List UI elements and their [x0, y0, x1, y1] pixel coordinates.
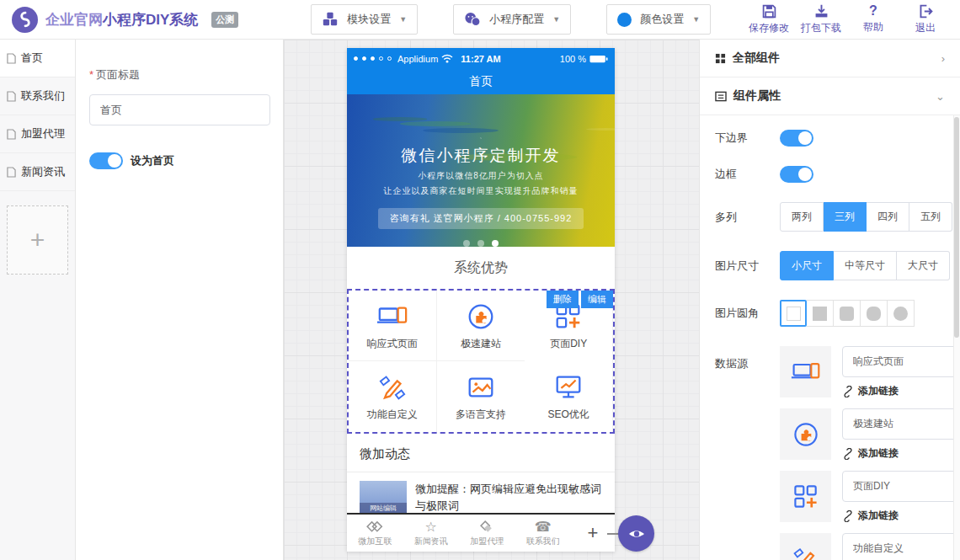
- signal-dot: [362, 56, 366, 61]
- img-size-large[interactable]: 大尺寸: [897, 251, 950, 280]
- datasource-title-input[interactable]: [842, 408, 960, 440]
- columns-option-2[interactable]: 两列: [780, 202, 824, 232]
- save-button[interactable]: 保存修改: [746, 3, 792, 35]
- columns-option-3-selected[interactable]: 三列: [824, 202, 867, 232]
- datasource-item: 添加链接: [780, 533, 960, 560]
- chevron-down-icon: ▼: [552, 15, 560, 24]
- phone-preview: Applidium 11:27 AM 100 % 首页 微信小程序定制开发 小程…: [347, 48, 615, 552]
- set-home-row: 设为首页: [89, 152, 269, 169]
- module-settings-dropdown[interactable]: 模块设置 ▼: [311, 4, 418, 35]
- inspector-scrollbar[interactable]: [953, 115, 960, 560]
- carousel-dot[interactable]: [463, 240, 470, 247]
- prop-label: 图片圆角: [715, 306, 780, 321]
- required-mark: *: [89, 68, 93, 81]
- signal-dot: [354, 56, 358, 61]
- tab-agency[interactable]: 加盟代理: [459, 520, 515, 547]
- feature-custom[interactable]: 功能自定义: [349, 361, 437, 432]
- tab-brand[interactable]: 微加互联: [347, 520, 403, 547]
- miniprogram-logo-icon: [467, 137, 495, 139]
- tab-contact[interactable]: ☎ 联系我们: [515, 520, 572, 547]
- feature-multilang[interactable]: 多语言支持: [437, 361, 525, 432]
- news-thumbnail: 网站编辑: [360, 481, 407, 516]
- beta-badge: 公测: [211, 12, 238, 28]
- all-components-header[interactable]: 全部组件 ›: [700, 40, 960, 77]
- datasource-title-input[interactable]: [842, 346, 960, 377]
- border-toggle[interactable]: [780, 166, 813, 183]
- link-icon: [842, 448, 854, 460]
- component-props-header[interactable]: 组件属性 ⌄: [700, 77, 960, 115]
- prop-datasource: 数据源 添加链接: [715, 346, 960, 560]
- pencil-icon: [376, 371, 408, 403]
- download-button[interactable]: 打包下载: [798, 3, 844, 35]
- header-dropdowns: 模块设置 ▼ 小程序配置 ▼ 颜色设置 ▼: [311, 4, 711, 35]
- page-title-field-label: *页面标题: [89, 67, 269, 83]
- add-link-label: 添加链接: [858, 384, 899, 398]
- columns-option-5[interactable]: 五列: [909, 202, 952, 232]
- radius-option-medium[interactable]: [861, 300, 888, 327]
- scrollbar-thumb[interactable]: [954, 117, 959, 338]
- chevron-down-icon: ▼: [692, 15, 700, 24]
- feature-fast-build[interactable]: 极速建站: [437, 291, 525, 361]
- sidebar-item-agency[interactable]: 加盟代理: [0, 115, 75, 153]
- add-link-button[interactable]: 添加链接: [842, 384, 960, 398]
- feature-grid-selected-component[interactable]: 删除 编辑 响应式页面 极速建站 页面DIY 功能自定义 多语言支持: [347, 289, 615, 434]
- section-title-news: 微加动态: [347, 434, 615, 472]
- radius-option-square[interactable]: [807, 300, 834, 327]
- preview-button[interactable]: [618, 515, 654, 552]
- signal-dot: [387, 56, 392, 61]
- color-settings-dropdown[interactable]: 颜色设置 ▼: [606, 4, 711, 35]
- banner-subtitle-1: 小程序以微信8亿用户为切入点: [418, 170, 544, 182]
- radius-option-none-selected[interactable]: [780, 300, 807, 327]
- carousel-dot-active[interactable]: [492, 240, 499, 247]
- bottom-border-toggle[interactable]: [780, 130, 813, 147]
- wifi-icon: [441, 54, 453, 63]
- feature-label: 极速建站: [461, 337, 501, 351]
- tab-news[interactable]: ☆ 新闻资讯: [403, 520, 460, 547]
- page-title-input[interactable]: [89, 94, 270, 125]
- selection-badges: 删除 编辑: [547, 291, 613, 308]
- add-page-button[interactable]: +: [7, 205, 68, 275]
- delete-badge-button[interactable]: 删除: [547, 291, 579, 308]
- carousel-dot[interactable]: [477, 240, 484, 247]
- banner-subtitle-2: 让企业以及商家在短时间里实现提升品牌和销量: [384, 185, 579, 197]
- radius-option-circle[interactable]: [888, 300, 915, 327]
- banner-cta-button[interactable]: 咨询有礼 送官网小程序 / 400-0755-992: [378, 208, 584, 229]
- puzzle-icon: [465, 301, 497, 333]
- diy-icon: [780, 471, 831, 522]
- columns-option-4[interactable]: 四列: [867, 202, 909, 232]
- puzzle-icon: [780, 408, 831, 460]
- exit-button[interactable]: 退出: [903, 3, 948, 35]
- help-button[interactable]: ? 帮助: [851, 3, 896, 35]
- props-list-icon: [715, 91, 727, 102]
- exit-label: 退出: [915, 21, 936, 35]
- link-icon: [842, 510, 854, 522]
- add-link-button[interactable]: 添加链接: [842, 446, 960, 461]
- phone-nav-bar: 首页: [347, 69, 615, 94]
- feature-responsive[interactable]: 响应式页面: [349, 291, 437, 361]
- columns-segmented-control: 两列 三列 四列 五列: [780, 202, 952, 232]
- sidebar-item-contact[interactable]: 联系我们: [0, 77, 75, 115]
- datasource-title-input[interactable]: [842, 533, 960, 560]
- add-link-button[interactable]: 添加链接: [842, 509, 960, 523]
- img-size-medium[interactable]: 中等尺寸: [834, 251, 897, 280]
- img-size-small-selected[interactable]: 小尺寸: [780, 251, 834, 280]
- cubes-icon: [322, 11, 339, 28]
- feature-seo[interactable]: SEO优化: [525, 361, 613, 432]
- prop-label: 边框: [715, 167, 780, 182]
- edit-badge-button[interactable]: 编辑: [581, 291, 613, 308]
- battery-icon: [589, 55, 608, 63]
- miniprogram-config-dropdown[interactable]: 小程序配置 ▼: [453, 4, 571, 35]
- components-grid-icon: [715, 53, 726, 64]
- design-canvas: Applidium 11:27 AM 100 % 首页 微信小程序定制开发 小程…: [284, 40, 699, 560]
- sidebar-item-news[interactable]: 新闻资讯: [0, 153, 75, 191]
- signal-dot: [371, 56, 375, 61]
- sidebar-item-home[interactable]: 首页: [0, 40, 75, 77]
- datasource-item: 添加链接: [780, 346, 960, 398]
- radius-option-small[interactable]: [834, 300, 861, 327]
- page-icon: [7, 53, 16, 64]
- datasource-title-input[interactable]: [842, 471, 960, 502]
- save-label: 保存修改: [749, 21, 789, 35]
- banner-slide[interactable]: 微信小程序定制开发 小程序以微信8亿用户为切入点 让企业以及商家在短时间里实现提…: [347, 94, 615, 247]
- set-home-toggle[interactable]: [89, 152, 123, 169]
- sidebar-item-label: 联系我们: [21, 88, 65, 104]
